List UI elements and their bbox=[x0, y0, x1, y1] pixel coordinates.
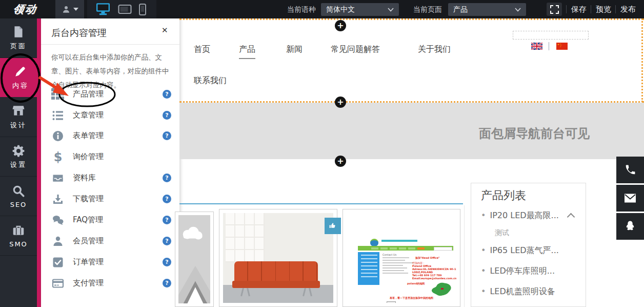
product-list-title: 产品列表 bbox=[481, 188, 526, 203]
section-outline-toggle-button[interactable] bbox=[547, 3, 562, 16]
product-card-sofa[interactable] bbox=[219, 209, 337, 307]
help-icon[interactable]: ? bbox=[163, 131, 171, 140]
add-section-button[interactable]: + bbox=[335, 97, 346, 108]
mini-sidebar bbox=[358, 252, 379, 285]
divider bbox=[464, 205, 465, 307]
sidebar-item-design[interactable]: 设计 bbox=[0, 98, 37, 137]
storefront-icon bbox=[12, 104, 25, 118]
menu-item-library[interactable]: 资料库 ? bbox=[41, 168, 179, 188]
menu-item-product-management[interactable]: 产品管理 ? bbox=[41, 84, 179, 105]
add-section-button[interactable]: + bbox=[335, 20, 346, 31]
chevron-down-icon bbox=[388, 8, 394, 12]
search-icon bbox=[12, 184, 25, 198]
desktop-icon[interactable] bbox=[95, 3, 111, 16]
product-list-item[interactable]: •LED机盖照明设备 bbox=[481, 286, 576, 297]
chat-icon bbox=[51, 214, 65, 226]
divider bbox=[549, 42, 549, 50]
user-menu[interactable] bbox=[55, 0, 84, 18]
nav-link-faq[interactable]: 常见问题解答 bbox=[331, 44, 380, 55]
product-list-item[interactable]: •IP20 LED最高限... bbox=[481, 210, 576, 221]
top-toolbar: 领动 当前语种 简体中文 当前页面 产品 保存 预览 发布 bbox=[0, 0, 644, 18]
empty-component-placeholder[interactable] bbox=[513, 31, 589, 40]
chevron-down-icon bbox=[73, 8, 78, 11]
tablet-icon[interactable] bbox=[118, 4, 132, 15]
nav-link-contact[interactable]: 联系我们 bbox=[194, 75, 227, 86]
phone-icon bbox=[625, 164, 636, 176]
list-icon bbox=[51, 109, 65, 122]
menu-item-download-management[interactable]: 下载管理 ? bbox=[41, 189, 179, 209]
nav-link-home[interactable]: 首页 bbox=[194, 44, 210, 55]
mobile-icon[interactable] bbox=[139, 4, 146, 15]
language-select[interactable]: 简体中文 bbox=[321, 3, 399, 16]
envelope-icon bbox=[624, 193, 636, 203]
save-button[interactable]: 保存 bbox=[570, 0, 588, 18]
help-icon[interactable]: ? bbox=[163, 216, 171, 224]
sidebar-item-content[interactable]: 内容 bbox=[0, 58, 41, 97]
help-icon[interactable]: ? bbox=[163, 111, 171, 120]
inbox-icon bbox=[51, 172, 65, 184]
menu-item-order-management[interactable]: 订单管理 ? bbox=[41, 252, 179, 273]
bullet: • bbox=[481, 266, 486, 276]
product-list-subitem[interactable]: 测试 bbox=[495, 228, 509, 238]
sidebar-item-smo[interactable]: SMO bbox=[0, 216, 37, 256]
active-nav-underline bbox=[239, 58, 255, 59]
credit-card-icon bbox=[51, 277, 65, 290]
phone-contact-button[interactable] bbox=[616, 157, 644, 183]
device-switcher bbox=[87, 0, 156, 18]
website-screenshot: Contact Us 添加"Head Office" 增加内容： Poland … bbox=[347, 213, 456, 303]
nav-link-about[interactable]: 关于我们 bbox=[418, 44, 451, 55]
help-icon[interactable]: ? bbox=[163, 279, 171, 287]
add-section-button[interactable]: + bbox=[335, 156, 346, 167]
download-icon bbox=[51, 193, 65, 205]
order-check-icon bbox=[51, 256, 65, 268]
help-icon[interactable]: ? bbox=[163, 174, 171, 182]
sidebar-item-seo[interactable]: SEO bbox=[0, 177, 37, 216]
gear-icon bbox=[12, 144, 25, 157]
menu-item-article-management[interactable]: 文章管理 ? bbox=[41, 105, 179, 126]
uk-flag-icon[interactable] bbox=[531, 43, 542, 50]
divider bbox=[615, 5, 616, 13]
member-icon bbox=[51, 235, 65, 247]
china-flag-icon[interactable] bbox=[556, 43, 568, 50]
product-card-screenshot[interactable]: Contact Us 添加"Head Office" 增加内容： Poland … bbox=[343, 209, 460, 307]
menu-item-quote-management[interactable]: $ 询价管理 bbox=[41, 147, 179, 167]
dashed-square-icon bbox=[550, 5, 559, 14]
sidebar-item-pages[interactable]: 页面 bbox=[0, 18, 37, 58]
menu-item-member-management[interactable]: 会员管理 ? bbox=[41, 231, 179, 252]
europe-map-graphic bbox=[429, 280, 452, 297]
pencil-icon bbox=[14, 65, 27, 78]
preview-button[interactable]: 预览 bbox=[595, 0, 612, 18]
product-list-item[interactable]: •LED停车库照明... bbox=[481, 266, 576, 277]
dollar-icon: $ bbox=[51, 151, 65, 163]
sidebar-item-settings[interactable]: 设置 bbox=[0, 137, 37, 177]
section-outline-top bbox=[179, 18, 644, 20]
nav-link-news[interactable]: 新闻 bbox=[286, 44, 303, 55]
grid-icon bbox=[51, 88, 65, 101]
divider bbox=[41, 44, 179, 45]
menu-item-form-management[interactable]: 表单管理 ? bbox=[41, 126, 179, 146]
qq-contact-button[interactable] bbox=[616, 213, 644, 240]
product-list-item[interactable]: •IP65 LED蒸气严... bbox=[481, 245, 576, 256]
help-icon[interactable]: ? bbox=[163, 258, 171, 266]
menu-item-payment-management[interactable]: 支付管理 ? bbox=[41, 273, 179, 294]
thumbs-up-icon bbox=[328, 221, 337, 231]
briefcase-icon bbox=[12, 224, 25, 237]
product-card-placeholder[interactable] bbox=[175, 212, 214, 307]
section-outline-right bbox=[641, 18, 643, 102]
panel-title: 后台内容管理 bbox=[51, 27, 107, 39]
help-icon[interactable]: ? bbox=[163, 237, 171, 245]
like-badge[interactable] bbox=[325, 218, 341, 234]
brand-logo: 领动 bbox=[12, 2, 59, 16]
menu-item-faq-management[interactable]: FAQ管理 ? bbox=[41, 210, 179, 231]
nav-link-products[interactable]: 产品 bbox=[239, 44, 255, 55]
close-icon[interactable]: ✕ bbox=[162, 26, 168, 35]
help-icon[interactable]: ? bbox=[163, 90, 171, 99]
user-icon bbox=[62, 5, 71, 14]
email-contact-button[interactable] bbox=[616, 185, 644, 212]
help-icon[interactable]: ? bbox=[163, 195, 171, 203]
bullet: • bbox=[481, 210, 486, 220]
builder-window: 领动 当前语种 简体中文 当前页面 产品 保存 预览 发布 页面 bbox=[0, 0, 644, 307]
current-language-label: 当前语种 bbox=[287, 0, 316, 18]
publish-button[interactable]: 发布 bbox=[619, 0, 637, 18]
page-select[interactable]: 产品 bbox=[448, 3, 526, 16]
